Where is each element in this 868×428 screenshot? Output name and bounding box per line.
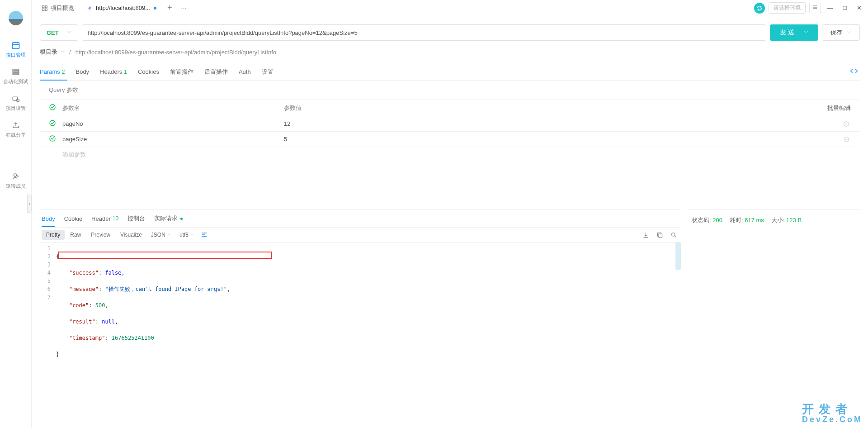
view-pretty-button[interactable]: Pretty [42,230,65,240]
resp-tab-cookie[interactable]: Cookie [64,211,82,227]
view-raw-button[interactable]: Raw [66,230,85,240]
chevron-down-icon: ﹀ [67,29,71,36]
tab-post-response[interactable]: 后置操作 [204,64,228,80]
response-area: Body Cookie Header10 控制台 实际请求 Pretty Raw… [40,209,860,420]
add-param-button[interactable]: 添加参数 [40,147,860,162]
close-button[interactable]: ✕ [854,3,864,14]
download-button[interactable] [641,230,651,240]
svg-rect-11 [843,6,846,10]
svg-point-13 [50,120,55,126]
svg-point-18 [672,233,675,236]
tab-add-button[interactable]: + [163,3,177,13]
main-area: 项目概览 http://localhost:809... + ⋯ 请选择环境 —… [32,0,868,428]
breadcrumb-root[interactable]: 根目录 ﹀ [40,48,65,56]
list-icon [11,67,20,76]
environment-select[interactable]: 请选择环境 [769,2,806,14]
resp-tab-body[interactable]: Body [42,211,55,227]
resp-tab-actual[interactable]: 实际请求 [154,210,183,227]
sidebar-item-label: 邀请成员 [6,183,26,190]
code-snippet-button[interactable] [848,63,860,80]
tab-body[interactable]: Body [75,65,89,79]
calendar-icon [11,41,20,50]
resp-tab-console[interactable]: 控制台 [127,210,145,227]
line-numbers: 1234567 [40,243,53,420]
copy-button[interactable] [655,230,665,240]
grid-icon [42,5,48,11]
status-code-label: 状态码: [692,217,711,224]
response-code-view[interactable]: 1234567 { "success": false, "message": "… [40,243,681,420]
code-content[interactable]: { "success": false, "message": "操作失败，can… [53,243,681,420]
param-header-row: 参数名 参数值 批量编辑 [40,100,860,116]
save-button[interactable]: 保存 ﹀ [822,24,860,41]
tab-headers[interactable]: Headers1 [100,65,127,79]
status-time-label: 耗时: [730,217,743,224]
avatar[interactable] [9,11,23,25]
url-input[interactable] [82,24,766,41]
response-left-panel: Body Cookie Header10 控制台 实际请求 Pretty Raw… [40,209,681,420]
tab-auth[interactable]: Auth [239,65,251,79]
response-toolbar: Pretty Raw Preview Visualize JSON﹀ utf8﹀ [40,228,681,243]
encoding-select[interactable]: utf8﹀ [176,230,198,240]
status-size-value: 123 B [786,217,802,224]
sidebar-item-settings[interactable]: 项目设置 [0,90,31,116]
tab-settings[interactable]: 设置 [262,64,274,80]
breadcrumb: 根目录 ﹀ / http://localhost:8099/es-guarant… [40,48,860,56]
response-status: 状态码: 200 耗时: 617 ms 大小: 123 B [692,216,856,224]
response-right-panel: 状态码: 200 耗时: 617 ms 大小: 123 B [688,209,860,420]
chevron-down-icon: ﹀ [799,29,808,36]
method-label: GET [47,29,59,36]
sidebar-item-test[interactable]: 自动化测试 [0,63,31,90]
batch-edit-button[interactable]: 批量编辑 [827,104,851,112]
svg-rect-3 [13,73,19,75]
header-name: 参数名 [62,104,284,112]
content-area: GET ﹀ 发 送 ﹀ 保存 ﹀ 根目录 ﹀ / [32,16,868,428]
remove-param-button[interactable] [842,136,851,143]
settings-icon [11,94,20,103]
sidebar-item-invite[interactable]: 邀请成员 [0,167,31,194]
remove-param-button[interactable] [842,121,851,127]
collapse-handle[interactable]: › [27,195,32,213]
sidebar-item-api[interactable]: 接口管理 [0,36,31,63]
scrollbar-thumb[interactable] [675,243,681,270]
request-tabs: Params2 Body Headers1 Cookies 前置操作 后置操作 … [40,63,860,81]
format-select[interactable]: JSON﹀ [147,230,175,240]
status-time-value: 617 ms [745,217,764,224]
format-button[interactable] [199,229,210,240]
check-icon[interactable] [49,135,58,143]
param-name-cell[interactable]: pageNo [62,120,284,127]
svg-rect-10 [45,9,47,10]
param-value-cell[interactable]: 5 [284,136,842,143]
tab-cookies[interactable]: Cookies [138,65,159,79]
unsaved-dot-icon [154,7,156,10]
status-size-label: 大小: [771,217,785,224]
share-icon [11,121,20,130]
view-preview-button[interactable]: Preview [86,230,115,240]
sidebar-item-label: 项目设置 [6,105,26,112]
tab-params[interactable]: Params2 [40,65,65,79]
param-name-cell[interactable]: pageSize [62,136,284,143]
svg-rect-1 [13,69,19,71]
status-dot-icon [180,218,183,220]
tab-overview[interactable]: 项目概览 [35,0,80,16]
minimize-button[interactable]: — [825,3,835,14]
param-value-cell[interactable]: 12 [284,120,842,127]
tab-request[interactable]: http://localhost:809... [80,0,163,16]
tab-more-button[interactable]: ⋯ [176,5,191,11]
svg-rect-0 [12,43,19,48]
tab-pre-request[interactable]: 前置操作 [170,64,193,80]
env-settings-button[interactable] [809,3,821,13]
http-method-select[interactable]: GET ﹀ [40,24,78,41]
maximize-button[interactable] [839,3,850,14]
resp-tab-header[interactable]: Header10 [91,211,118,227]
chevron-down-icon: ﹀ [167,232,171,238]
left-sidebar: 接口管理 自动化测试 项目设置 在线分享 邀请成员 › [0,0,32,428]
check-icon[interactable] [49,119,58,128]
sidebar-item-share[interactable]: 在线分享 [0,116,31,143]
param-row[interactable]: pageSize 5 [40,132,860,147]
view-visualize-button[interactable]: Visualize [116,230,146,240]
search-button[interactable] [669,230,679,240]
refresh-button[interactable] [754,3,765,14]
param-row[interactable]: pageNo 12 [40,116,860,132]
send-button[interactable]: 发 送 ﹀ [770,24,818,41]
svg-point-6 [14,174,16,176]
